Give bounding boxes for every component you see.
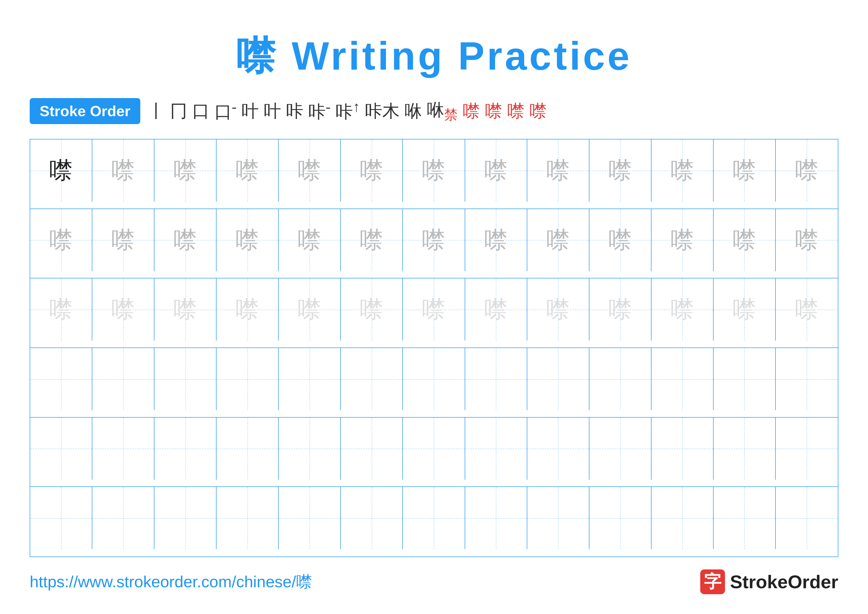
grid-cell-1-12[interactable]: 噤 bbox=[714, 140, 776, 202]
grid-cell-6-1[interactable] bbox=[30, 487, 92, 549]
grid-cell-3-3[interactable]: 噤 bbox=[154, 278, 217, 340]
grid-cell-5-3[interactable] bbox=[154, 418, 217, 480]
grid-cell-1-2[interactable]: 噤 bbox=[92, 140, 154, 202]
grid-cell-2-8[interactable]: 噤 bbox=[465, 209, 527, 271]
grid-cell-2-7[interactable]: 噤 bbox=[403, 209, 465, 271]
footer-url[interactable]: https://www.strokeorder.com/chinese/噤 bbox=[30, 571, 312, 593]
grid-cell-1-5[interactable]: 噤 bbox=[279, 140, 341, 202]
page-title: 噤 Writing Practice bbox=[236, 30, 632, 83]
grid-cell-6-2[interactable] bbox=[92, 487, 154, 549]
grid-cell-4-8[interactable] bbox=[465, 348, 527, 410]
grid-cell-3-12[interactable]: 噤 bbox=[714, 278, 776, 340]
grid-cell-4-11[interactable] bbox=[651, 348, 714, 410]
grid-cell-1-13[interactable]: 噤 bbox=[776, 140, 838, 202]
grid-cell-6-7[interactable] bbox=[403, 487, 465, 549]
stroke-step-6: 叶 bbox=[264, 99, 281, 123]
grid-cell-6-13[interactable] bbox=[776, 487, 838, 549]
grid-cell-4-12[interactable] bbox=[714, 348, 776, 410]
grid-cell-3-5[interactable]: 噤 bbox=[279, 278, 341, 340]
grid-cell-6-9[interactable] bbox=[527, 487, 589, 549]
cell-char: 噤 bbox=[546, 159, 570, 182]
cell-char: 噤 bbox=[360, 298, 383, 321]
grid-cell-1-1[interactable]: 噤 bbox=[30, 140, 92, 202]
grid-cell-3-1[interactable]: 噤 bbox=[30, 278, 92, 340]
grid-cell-1-7[interactable]: 噤 bbox=[403, 140, 465, 202]
grid-cell-1-9[interactable]: 噤 bbox=[527, 140, 589, 202]
grid-cell-6-12[interactable] bbox=[714, 487, 776, 549]
grid-cell-4-10[interactable] bbox=[589, 348, 651, 410]
grid-cell-3-6[interactable]: 噤 bbox=[341, 278, 403, 340]
grid-cell-3-8[interactable]: 噤 bbox=[465, 278, 527, 340]
grid-cell-5-2[interactable] bbox=[92, 418, 154, 480]
cell-char: 噤 bbox=[360, 159, 383, 182]
grid-cell-3-10[interactable]: 噤 bbox=[589, 278, 651, 340]
grid-cell-4-3[interactable] bbox=[154, 348, 217, 410]
grid-cell-6-6[interactable] bbox=[341, 487, 403, 549]
cell-char: 噤 bbox=[484, 159, 508, 182]
grid-cell-2-6[interactable]: 噤 bbox=[341, 209, 403, 271]
cell-char: 噤 bbox=[608, 159, 632, 182]
grid-cell-2-10[interactable]: 噤 bbox=[589, 209, 651, 271]
grid-cell-5-13[interactable] bbox=[776, 418, 838, 480]
stroke-step-8: 咔- bbox=[308, 99, 330, 124]
grid-row-1: 噤 噤 噤 噤 噤 噤 噤 噤 噤 噤 噤 噤 噤 bbox=[30, 140, 838, 209]
stroke-step-11: 咻 bbox=[405, 99, 422, 123]
grid-cell-3-13[interactable]: 噤 bbox=[776, 278, 838, 340]
grid-cell-4-13[interactable] bbox=[776, 348, 838, 410]
grid-cell-4-4[interactable] bbox=[217, 348, 279, 410]
stroke-step-2: 冂 bbox=[170, 99, 187, 123]
grid-cell-2-12[interactable]: 噤 bbox=[714, 209, 776, 271]
grid-cell-2-13[interactable]: 噤 bbox=[776, 209, 838, 271]
grid-cell-6-3[interactable] bbox=[154, 487, 217, 549]
title-char: 噤 bbox=[236, 34, 278, 78]
grid-row-4 bbox=[30, 348, 838, 418]
grid-cell-2-11[interactable]: 噤 bbox=[651, 209, 714, 271]
grid-cell-2-1[interactable]: 噤 bbox=[30, 209, 92, 271]
stroke-step-5: 叶 bbox=[242, 99, 259, 123]
grid-cell-6-4[interactable] bbox=[217, 487, 279, 549]
stroke-step-9: 咔↑ bbox=[336, 99, 360, 124]
grid-cell-5-7[interactable] bbox=[403, 418, 465, 480]
grid-cell-4-5[interactable] bbox=[279, 348, 341, 410]
grid-cell-2-9[interactable]: 噤 bbox=[527, 209, 589, 271]
grid-cell-5-12[interactable] bbox=[714, 418, 776, 480]
grid-cell-1-8[interactable]: 噤 bbox=[465, 140, 527, 202]
grid-cell-6-8[interactable] bbox=[465, 487, 527, 549]
cell-char: 噤 bbox=[112, 229, 135, 252]
grid-cell-2-3[interactable]: 噤 bbox=[154, 209, 217, 271]
grid-cell-5-10[interactable] bbox=[589, 418, 651, 480]
cell-char: 噤 bbox=[174, 298, 197, 321]
grid-cell-2-2[interactable]: 噤 bbox=[92, 209, 154, 271]
grid-cell-1-6[interactable]: 噤 bbox=[341, 140, 403, 202]
title-suffix: Writing Practice bbox=[278, 34, 632, 78]
grid-cell-4-2[interactable] bbox=[92, 348, 154, 410]
grid-cell-5-8[interactable] bbox=[465, 418, 527, 480]
grid-cell-3-11[interactable]: 噤 bbox=[651, 278, 714, 340]
grid-cell-5-1[interactable] bbox=[30, 418, 92, 480]
cell-char: 噤 bbox=[298, 229, 321, 252]
grid-cell-5-5[interactable] bbox=[279, 418, 341, 480]
grid-cell-2-5[interactable]: 噤 bbox=[279, 209, 341, 271]
cell-char: 噤 bbox=[671, 298, 694, 321]
grid-cell-4-1[interactable] bbox=[30, 348, 92, 410]
grid-cell-6-11[interactable] bbox=[651, 487, 714, 549]
grid-cell-5-9[interactable] bbox=[527, 418, 589, 480]
grid-cell-5-6[interactable] bbox=[341, 418, 403, 480]
grid-cell-1-3[interactable]: 噤 bbox=[154, 140, 217, 202]
footer: https://www.strokeorder.com/chinese/噤 字 … bbox=[30, 569, 838, 594]
grid-cell-2-4[interactable]: 噤 bbox=[217, 209, 279, 271]
grid-cell-6-5[interactable] bbox=[279, 487, 341, 549]
grid-cell-5-4[interactable] bbox=[217, 418, 279, 480]
grid-cell-3-9[interactable]: 噤 bbox=[527, 278, 589, 340]
grid-cell-3-7[interactable]: 噤 bbox=[403, 278, 465, 340]
grid-cell-3-2[interactable]: 噤 bbox=[92, 278, 154, 340]
grid-cell-6-10[interactable] bbox=[589, 487, 651, 549]
grid-cell-4-6[interactable] bbox=[341, 348, 403, 410]
grid-cell-1-4[interactable]: 噤 bbox=[217, 140, 279, 202]
grid-cell-4-7[interactable] bbox=[403, 348, 465, 410]
grid-cell-3-4[interactable]: 噤 bbox=[217, 278, 279, 340]
grid-cell-1-10[interactable]: 噤 bbox=[589, 140, 651, 202]
grid-cell-1-11[interactable]: 噤 bbox=[651, 140, 714, 202]
grid-cell-4-9[interactable] bbox=[527, 348, 589, 410]
grid-cell-5-11[interactable] bbox=[651, 418, 714, 480]
